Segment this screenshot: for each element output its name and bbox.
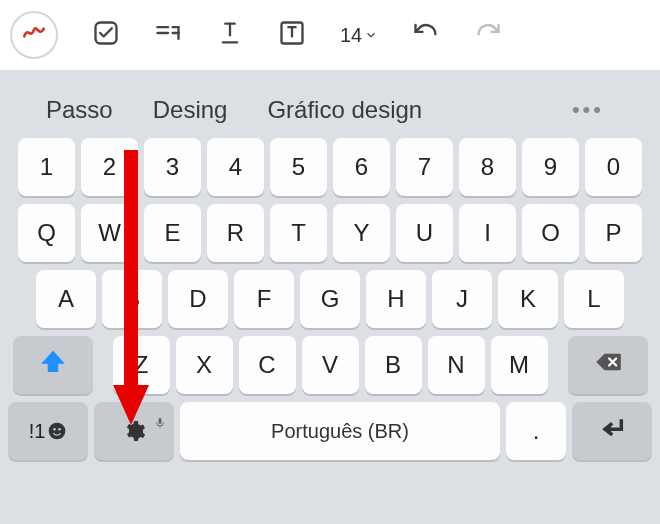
key-k[interactable]: K [498, 270, 558, 328]
key-row-asdf: A S D F G H J K L [8, 270, 652, 328]
key-8[interactable]: 8 [459, 138, 516, 196]
soft-keyboard: Passo Desing Gráfico design ••• 1 2 3 4 … [0, 70, 660, 524]
key-t[interactable]: T [270, 204, 327, 262]
key-i[interactable]: I [459, 204, 516, 262]
key-j[interactable]: J [432, 270, 492, 328]
key-4[interactable]: 4 [207, 138, 264, 196]
text-size-icon [154, 19, 182, 51]
key-b[interactable]: B [365, 336, 422, 394]
symbols-label: !1 [29, 420, 46, 443]
key-space[interactable]: Português (BR) [180, 402, 500, 460]
scribble-icon [21, 20, 47, 50]
undo-button[interactable] [412, 21, 440, 49]
key-g[interactable]: G [300, 270, 360, 328]
key-l[interactable]: L [564, 270, 624, 328]
key-s[interactable]: S [102, 270, 162, 328]
underline-icon [216, 19, 244, 51]
draw-tool-button[interactable] [10, 11, 58, 59]
key-shift[interactable] [13, 336, 93, 394]
key-r[interactable]: R [207, 204, 264, 262]
key-settings[interactable] [94, 402, 174, 460]
suggestion-item-0[interactable]: Passo [46, 96, 113, 124]
redo-icon [474, 19, 502, 51]
checkbox-icon [92, 19, 120, 51]
editor-toolbar: 14 [0, 0, 660, 70]
font-size-selector[interactable]: 14 [340, 24, 378, 47]
key-2[interactable]: 2 [81, 138, 138, 196]
key-n[interactable]: N [428, 336, 485, 394]
key-3[interactable]: 3 [144, 138, 201, 196]
key-0[interactable]: 0 [585, 138, 642, 196]
underline-tool[interactable] [216, 21, 244, 49]
key-e[interactable]: E [144, 204, 201, 262]
key-enter[interactable] [572, 402, 652, 460]
key-w[interactable]: W [81, 204, 138, 262]
key-row-qwerty: Q W E R T Y U I O P [8, 204, 652, 262]
gear-icon [122, 419, 146, 443]
key-5[interactable]: 5 [270, 138, 327, 196]
svg-point-2 [49, 423, 66, 440]
text-box-tool[interactable] [278, 21, 306, 49]
key-x[interactable]: X [176, 336, 233, 394]
key-y[interactable]: Y [333, 204, 390, 262]
suggestion-bar: Passo Desing Gráfico design ••• [8, 82, 652, 138]
svg-point-3 [54, 428, 57, 431]
key-f[interactable]: F [234, 270, 294, 328]
key-6[interactable]: 6 [333, 138, 390, 196]
key-a[interactable]: A [36, 270, 96, 328]
chevron-down-icon [364, 24, 378, 47]
key-c[interactable]: C [239, 336, 296, 394]
enter-icon [598, 414, 626, 448]
key-q[interactable]: Q [18, 204, 75, 262]
key-symbols[interactable]: !1 [8, 402, 88, 460]
key-m[interactable]: M [491, 336, 548, 394]
checkbox-tool[interactable] [92, 21, 120, 49]
key-row-zxcv: Z X C V B N M [8, 336, 652, 394]
key-d[interactable]: D [168, 270, 228, 328]
suggestion-item-1[interactable]: Desing [153, 96, 228, 124]
key-1[interactable]: 1 [18, 138, 75, 196]
key-row-numbers: 1 2 3 4 5 6 7 8 9 0 [8, 138, 652, 196]
key-backspace[interactable] [568, 336, 648, 394]
svg-point-4 [59, 428, 62, 431]
key-v[interactable]: V [302, 336, 359, 394]
key-p[interactable]: P [585, 204, 642, 262]
key-h[interactable]: H [366, 270, 426, 328]
microphone-icon [154, 407, 166, 419]
undo-icon [412, 19, 440, 51]
key-o[interactable]: O [522, 204, 579, 262]
shift-icon [39, 348, 67, 382]
key-7[interactable]: 7 [396, 138, 453, 196]
key-row-bottom: !1 Português (BR) . [8, 402, 652, 460]
key-z[interactable]: Z [113, 336, 170, 394]
backspace-icon [594, 348, 622, 382]
suggestion-item-2[interactable]: Gráfico design [267, 96, 422, 124]
emoji-icon [47, 421, 67, 441]
text-size-tool[interactable] [154, 21, 182, 49]
font-size-value: 14 [340, 24, 362, 47]
key-u[interactable]: U [396, 204, 453, 262]
key-period[interactable]: . [506, 402, 566, 460]
text-box-icon [278, 19, 306, 51]
key-9[interactable]: 9 [522, 138, 579, 196]
redo-button[interactable] [474, 21, 502, 49]
more-suggestions-icon[interactable]: ••• [572, 97, 604, 123]
